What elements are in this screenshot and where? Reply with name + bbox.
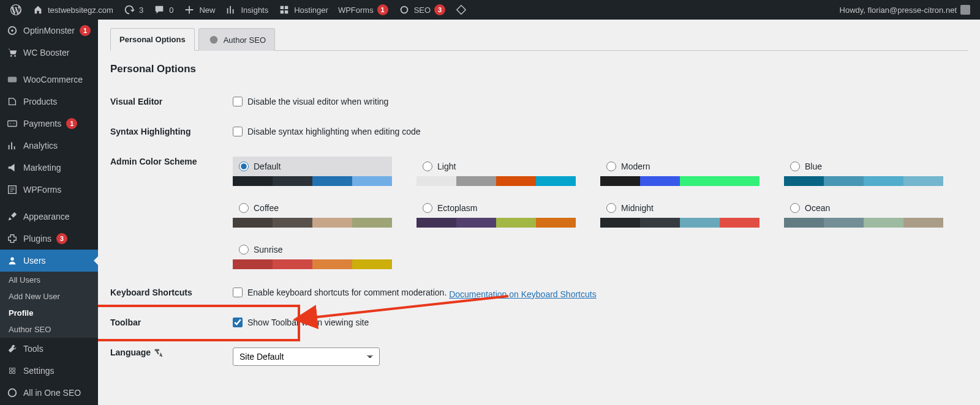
- color-scheme-option[interactable]: Light: [417, 157, 576, 186]
- analytics-icon: [6, 139, 18, 152]
- updates[interactable]: 3: [118, 0, 148, 20]
- updates-count: 3: [139, 6, 143, 15]
- svg-rect-6: [8, 121, 17, 127]
- insights[interactable]: Insights: [220, 0, 273, 20]
- sidebar-item-appearance[interactable]: Appearance: [0, 206, 98, 228]
- color-schemes: Default Light Modern Blue Coffee Ectopla…: [233, 157, 962, 269]
- syntax-checkbox[interactable]: [233, 127, 243, 136]
- syntax-label: Syntax Highlighting: [110, 117, 233, 147]
- color-scheme-name: Coffee: [254, 203, 279, 213]
- users-icon: [6, 255, 18, 267]
- sidebar-item-woocommerce[interactable]: WooCommerce: [0, 69, 98, 91]
- insights-label: Insights: [241, 6, 268, 15]
- language-select[interactable]: Site Default: [233, 347, 380, 366]
- sidebar-item-optinmonster[interactable]: OptinMonster1: [0, 20, 98, 42]
- color-swatches: [600, 218, 760, 228]
- extra-icon[interactable]: [450, 0, 472, 20]
- visual-editor-field[interactable]: Disable the visual editor when writing: [233, 97, 388, 106]
- svg-point-9: [9, 389, 17, 397]
- sidebar-item-wcbooster[interactable]: WC Booster: [0, 42, 98, 64]
- tools-icon: [6, 343, 18, 355]
- color-swatches: [233, 176, 392, 186]
- color-scheme-radio[interactable]: [606, 162, 616, 171]
- color-scheme-option[interactable]: Blue: [784, 157, 943, 186]
- color-scheme-radio[interactable]: [790, 203, 800, 213]
- comments[interactable]: 0: [148, 0, 178, 20]
- svg-rect-5: [8, 77, 17, 83]
- toolbar-field[interactable]: Show Toolbar when viewing site: [233, 318, 369, 327]
- toolbar-checkbox[interactable]: [233, 318, 243, 327]
- color-scheme-radio[interactable]: [239, 245, 249, 255]
- color-scheme-option[interactable]: Midnight: [600, 198, 760, 228]
- color-swatches: [784, 176, 943, 186]
- color-scheme-option[interactable]: Modern: [600, 157, 760, 186]
- update-icon: [123, 4, 135, 16]
- tab-author-seo-label: Author SEO: [224, 35, 266, 45]
- color-swatches: [417, 218, 576, 228]
- chart-icon: [225, 4, 237, 16]
- submenu-add-user[interactable]: Add New User: [0, 288, 98, 305]
- sidebar-item-wpforms[interactable]: WPForms: [0, 179, 98, 201]
- comments-count: 0: [169, 6, 173, 15]
- color-scheme-option[interactable]: Ectoplasm: [417, 198, 576, 228]
- submenu-profile[interactable]: Profile: [0, 305, 98, 321]
- seo-bar[interactable]: SEO3: [393, 0, 450, 20]
- sidebar-item-settings[interactable]: Settings: [0, 360, 98, 382]
- sidebar-item-label: Settings: [23, 366, 55, 376]
- color-scheme-radio[interactable]: [606, 203, 616, 213]
- color-scheme-radio[interactable]: [790, 162, 800, 171]
- svg-point-11: [209, 36, 217, 44]
- aioseo-icon: [6, 387, 18, 399]
- wp-logo[interactable]: [5, 0, 27, 20]
- hostinger-label: Hostinger: [294, 6, 328, 15]
- admin-toolbar: testwebsitegz.com 3 0 New Insights Hosti…: [0, 0, 980, 20]
- sidebar-item-tools[interactable]: Tools: [0, 338, 98, 360]
- shortcuts-doc-link[interactable]: Documentation on Keyboard Shortcuts: [449, 289, 596, 299]
- site-name[interactable]: testwebsitegz.com: [27, 0, 118, 20]
- shortcuts-field[interactable]: Enable keyboard shortcuts for comment mo…: [233, 288, 447, 297]
- sidebar-item-label: All in One SEO: [23, 388, 81, 398]
- sidebar-item-label: Payments: [23, 119, 61, 128]
- submenu-all-users[interactable]: All Users: [0, 272, 98, 288]
- color-scheme-radio[interactable]: [239, 162, 249, 171]
- syntax-field[interactable]: Disable syntax highlighting when editing…: [233, 127, 421, 136]
- shortcuts-checkbox[interactable]: [233, 288, 243, 297]
- sidebar-item-analytics[interactable]: Analytics: [0, 135, 98, 157]
- payments-icon: [6, 117, 18, 130]
- sidebar-item-marketing[interactable]: Marketing: [0, 157, 98, 179]
- wpforms-label: WPForms: [338, 6, 374, 15]
- sidebar-item-aioseo[interactable]: All in One SEO: [0, 382, 98, 404]
- color-swatches: [600, 176, 760, 186]
- plugins-icon: [6, 232, 18, 245]
- color-scheme-option[interactable]: Ocean: [784, 198, 943, 228]
- color-scheme-name: Default: [254, 162, 281, 171]
- tab-personal-options[interactable]: Personal Options: [110, 28, 195, 51]
- color-swatches: [784, 218, 943, 228]
- my-account[interactable]: Howdy, florian@presse-citron.net: [835, 0, 975, 20]
- visual-editor-checkbox[interactable]: [233, 97, 243, 106]
- sidebar-item-plugins[interactable]: Plugins3: [0, 228, 98, 250]
- sidebar-item-products[interactable]: Products: [0, 91, 98, 113]
- wpforms-bar[interactable]: WPForms1: [333, 0, 393, 20]
- sidebar-item-label: Plugins: [23, 234, 51, 243]
- color-scheme-option[interactable]: Sunrise: [233, 240, 392, 269]
- submenu-author-seo[interactable]: Author SEO: [0, 321, 98, 338]
- tab-author-seo[interactable]: Author SEO: [198, 28, 275, 51]
- color-scheme-option[interactable]: Default: [233, 157, 392, 186]
- hostinger[interactable]: Hostinger: [273, 0, 333, 20]
- sidebar-badge: 1: [80, 25, 91, 36]
- cart-icon: [6, 46, 18, 59]
- new-content[interactable]: New: [178, 0, 220, 20]
- sidebar-item-label: Products: [23, 97, 57, 106]
- color-scheme-name: Blue: [805, 162, 822, 171]
- sidebar-item-label: WooCommerce: [23, 75, 83, 84]
- sidebar-item-payments[interactable]: Payments1: [0, 113, 98, 135]
- color-scheme-radio[interactable]: [423, 162, 432, 171]
- color-scheme-radio[interactable]: [423, 203, 432, 213]
- color-scheme-radio[interactable]: [239, 203, 249, 213]
- wpforms-icon: [6, 184, 18, 196]
- color-scheme-option[interactable]: Coffee: [233, 198, 392, 228]
- sidebar-item-label: Analytics: [23, 141, 58, 150]
- sidebar-item-label: WPForms: [23, 185, 61, 195]
- sidebar-item-users[interactable]: Users: [0, 250, 98, 272]
